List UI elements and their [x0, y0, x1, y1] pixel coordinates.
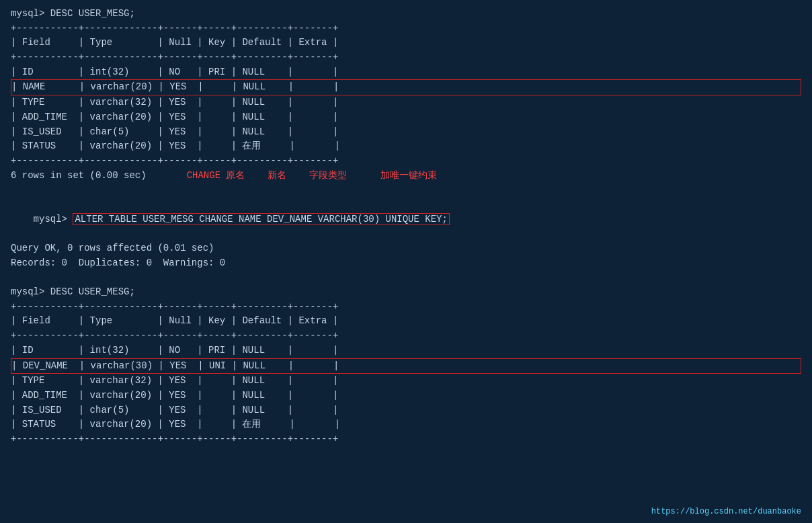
block1-sep2: +-----------+-------------+------+-----+… [11, 50, 801, 65]
prompt: mysql> [34, 214, 73, 225]
table-row: | ADD_TIME | varchar(20) | YES | | NULL … [11, 389, 801, 403]
table-row: | STATUS | varchar(20) | YES | | 在用 | | [11, 417, 801, 432]
block1-sep3: +-----------+-------------+------+-----+… [11, 154, 801, 169]
spacer1 [11, 183, 801, 198]
block2-line2: Query OK, 0 rows affected (0.01 sec) [11, 241, 801, 256]
table-row: | ADD_TIME | varchar(20) | YES | | NULL … [11, 110, 801, 125]
annotation-text: CHANGE 原名 新名 字段类型 加唯一键约束 [187, 169, 437, 184]
block2-command: mysql> ALTER TABLE USER_MESG CHANGE NAME… [11, 198, 801, 241]
table-row: | IS_USED | char(5) | YES | | NULL | | [11, 125, 801, 140]
table-row: | TYPE | varchar(32) | YES | | NULL | | [11, 95, 801, 110]
block3-sep2: +-----------+-------------+------+-----+… [11, 329, 801, 344]
table-row: | ID | int(32) | NO | PRI | NULL | | [11, 65, 801, 80]
table-row: | IS_USED | char(5) | YES | | NULL | | [11, 403, 801, 418]
table-row: | STATUS | varchar(20) | YES | | 在用 | | [11, 139, 801, 154]
alter-command: ALTER TABLE USER_MESG CHANGE NAME DEV_NA… [73, 213, 450, 225]
watermark: https://blog.csdn.net/duanbaoke [651, 507, 801, 516]
block1-command: mysql> DESC USER_MESG; [11, 7, 801, 22]
table-row-highlighted: | NAME | varchar(20) | YES | | NULL | | [11, 79, 801, 95]
table-row: | TYPE | varchar(32) | YES | | NULL | | [11, 374, 801, 389]
block1-sep1: +-----------+-------------+------+-----+… [11, 22, 801, 36]
block3-sep3: +-----------+-------------+------+-----+… [11, 432, 801, 447]
table-row-highlighted: | DEV_NAME | varchar(30) | YES | UNI | N… [11, 358, 801, 374]
block1-header: | Field | Type | Null | Key | Default | … [11, 36, 801, 50]
terminal: mysql> DESC USER_MESG; +-----------+----… [11, 7, 801, 447]
spacer2 [11, 270, 801, 285]
block3-header: | Field | Type | Null | Key | Default | … [11, 314, 801, 329]
block1-rowcount: 6 rows in set (0.00 sec) CHANGE 原名 新名 字段… [11, 169, 801, 184]
block3-command: mysql> DESC USER_MESG; [11, 285, 801, 300]
block2-line3: Records: 0 Duplicates: 0 Warnings: 0 [11, 256, 801, 271]
table-row: | ID | int(32) | NO | PRI | NULL | | [11, 344, 801, 358]
rowcount-text: 6 rows in set (0.00 sec) [11, 169, 147, 184]
block3-sep1: +-----------+-------------+------+-----+… [11, 300, 801, 315]
